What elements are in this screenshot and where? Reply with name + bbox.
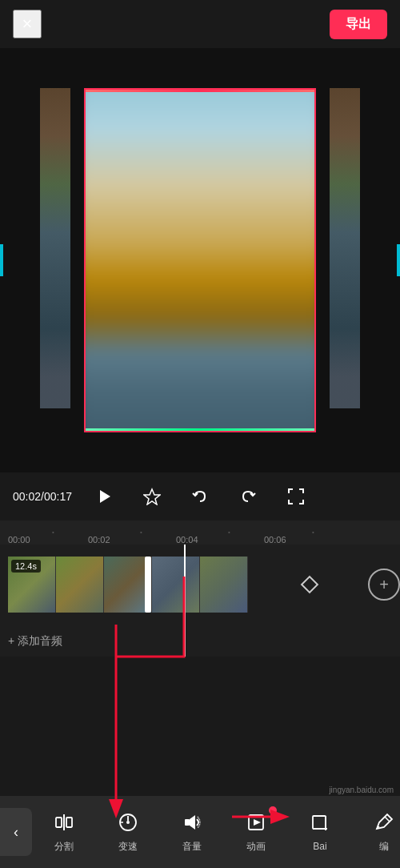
add-audio-button[interactable]: + 添加音频 <box>8 634 62 649</box>
toolbar-item-crop[interactable]: Bai <box>288 800 352 864</box>
animate-label: 动画 <box>246 840 266 854</box>
right-thumbnail-strip <box>330 88 360 408</box>
svg-marker-1 <box>144 489 160 504</box>
play-button[interactable] <box>90 482 118 511</box>
speed-icon <box>117 811 139 837</box>
magic-button[interactable] <box>138 482 166 511</box>
back-button[interactable]: ‹ <box>0 808 32 856</box>
right-indicator <box>397 244 400 276</box>
add-audio-label: + 添加音频 <box>8 634 62 649</box>
export-button[interactable]: 导出 <box>330 10 387 39</box>
svg-rect-9 <box>185 819 190 826</box>
audio-icon <box>181 811 203 837</box>
undo-button[interactable] <box>186 482 214 511</box>
arrow-area <box>0 657 400 740</box>
bottom-toolbar: ‹ 分割 变速 <box>0 796 400 868</box>
animate-icon <box>245 811 267 837</box>
crop-icon <box>309 812 331 838</box>
thumb-cell-3 <box>104 557 152 613</box>
ruler-mark-1: 00:02 <box>88 535 110 545</box>
svg-marker-12 <box>254 819 261 826</box>
close-button[interactable]: × <box>13 10 42 38</box>
timeline-area: 12.4s + + 添加音频 <box>0 545 400 657</box>
thumb-cell-2 <box>56 557 104 613</box>
thumb-cell-4 <box>152 557 200 613</box>
add-clip-button[interactable]: + <box>368 569 400 601</box>
video-content <box>84 88 316 432</box>
thumb-cell-1: 12.4s <box>8 557 56 613</box>
white-handle[interactable] <box>145 557 151 613</box>
svg-marker-0 <box>100 490 110 503</box>
controls-inner: 00:02/00:17 <box>0 482 400 511</box>
svg-rect-13 <box>313 816 326 829</box>
redo-button[interactable] <box>234 482 262 511</box>
back-icon: ‹ <box>14 824 18 841</box>
timeline-ruler: 00:00 00:02 00:04 00:06 • • • • <box>0 520 400 545</box>
plus-icon: + <box>379 576 389 594</box>
toolbar-item-speed[interactable]: 变速 <box>96 800 160 864</box>
svg-marker-10 <box>190 815 195 830</box>
svg-rect-4 <box>66 818 72 827</box>
playhead <box>184 545 186 657</box>
svg-point-6 <box>126 821 130 824</box>
audio-label: 音量 <box>182 840 202 854</box>
split-label: 分割 <box>54 840 74 854</box>
edit-icon <box>373 811 395 837</box>
svg-line-16 <box>385 817 390 822</box>
ruler-mark-2: 00:04 <box>176 535 198 545</box>
ruler-marks: 00:00 00:02 00:04 00:06 • • • • <box>0 520 400 545</box>
diamond-marker <box>303 578 316 591</box>
thumb-cell-5 <box>200 557 248 613</box>
svg-rect-3 <box>56 818 62 827</box>
controls-bar: 00:02/00:17 <box>0 472 400 520</box>
left-indicator <box>0 244 3 276</box>
duration-badge: 12.4s <box>11 560 41 573</box>
video-track: 12.4s + <box>0 553 400 617</box>
toolbar-item-audio[interactable]: 音量 <box>160 800 224 864</box>
speed-label: 变速 <box>118 840 138 854</box>
video-frame <box>84 88 316 432</box>
ruler-mark-0: 00:00 <box>8 535 30 545</box>
left-thumbnail-strip <box>40 88 70 408</box>
edit-label: 编 <box>379 840 389 854</box>
watermark: jingyan.baidu.com <box>329 786 394 794</box>
toolbar-item-animate[interactable]: 动画 <box>224 800 288 864</box>
top-bar: × 导出 <box>0 0 400 48</box>
ruler-mark-3: 00:06 <box>264 535 286 545</box>
toolbar-item-edit[interactable]: 编 <box>352 800 400 864</box>
fullscreen-button[interactable] <box>282 482 310 511</box>
toolbar-item-split[interactable]: 分割 <box>32 800 96 864</box>
time-display: 00:02/00:17 <box>13 490 72 503</box>
split-icon <box>53 811 75 837</box>
preview-area <box>0 48 400 472</box>
animate-indicator <box>269 806 277 814</box>
crop-label: Bai <box>313 841 326 852</box>
